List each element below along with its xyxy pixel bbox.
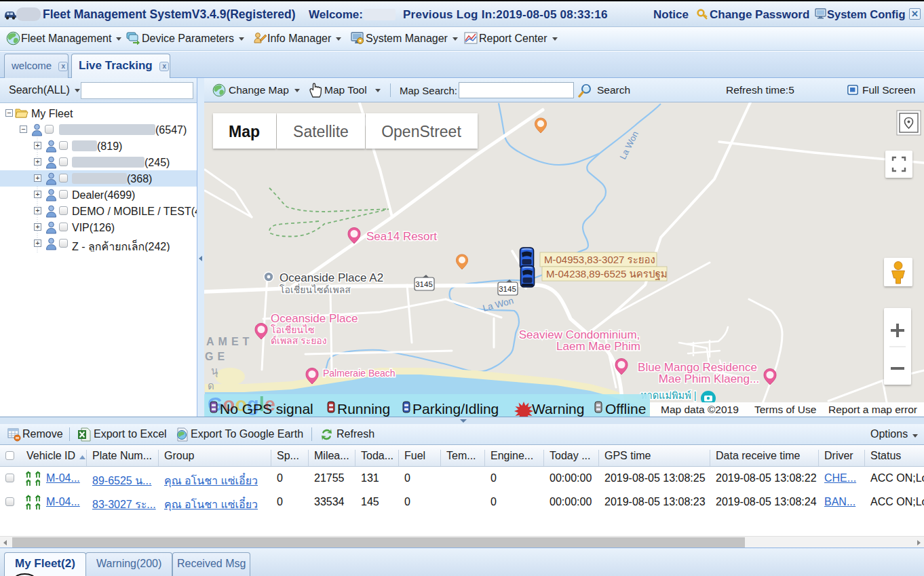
svg-text:Oceanside Place A2: Oceanside Place A2 xyxy=(280,271,383,284)
svg-text:No GPS signal: No GPS signal xyxy=(220,401,313,417)
svg-text:Report a map error: Report a map error xyxy=(828,404,917,415)
svg-text:Satellite: Satellite xyxy=(293,123,349,140)
svg-text:Map: Map xyxy=(229,123,260,140)
svg-text:M-04953,83-3027 ระยอง: M-04953,83-3027 ระยอง xyxy=(544,254,655,265)
svg-text:3145: 3145 xyxy=(415,280,433,288)
svg-text:Sea14 Resort: Sea14 Resort xyxy=(366,230,437,243)
svg-text:ด: ด xyxy=(208,380,214,391)
svg-text:นุ: นุ xyxy=(211,365,218,378)
svg-text:Laem Mae Phim: Laem Mae Phim xyxy=(556,340,640,353)
svg-text:โอเชี่ยนไซด์เพลส: โอเชี่ยนไซด์เพลส xyxy=(280,284,351,295)
svg-text:Warning: Warning xyxy=(532,401,584,417)
svg-text:GE: GE xyxy=(205,351,229,362)
svg-text:ด์เพลส ระยอง: ด์เพลส ระยอง xyxy=(271,335,327,346)
svg-text:Terms of Use: Terms of Use xyxy=(754,404,816,415)
svg-text:โอเชี่ยนไซ: โอเชี่ยนไซ xyxy=(271,324,315,335)
svg-text:Mae Phim Klaeng...: Mae Phim Klaeng... xyxy=(659,372,759,385)
svg-text:M-04238,89-6525 นครปฐม: M-04238,89-6525 นครปฐม xyxy=(546,268,668,280)
svg-text:AMET: AMET xyxy=(206,336,253,347)
svg-text:Offline: Offline xyxy=(605,401,646,417)
svg-text:Oceanside Place: Oceanside Place xyxy=(271,312,358,325)
svg-text:Running: Running xyxy=(337,401,390,417)
svg-text:Palmeraie Beach: Palmeraie Beach xyxy=(323,368,396,379)
svg-text:Parking/Idling: Parking/Idling xyxy=(412,401,499,417)
svg-text:3145: 3145 xyxy=(499,285,516,293)
svg-text:OpenStreet: OpenStreet xyxy=(381,123,461,140)
svg-text:Map data ©2019: Map data ©2019 xyxy=(661,404,739,415)
